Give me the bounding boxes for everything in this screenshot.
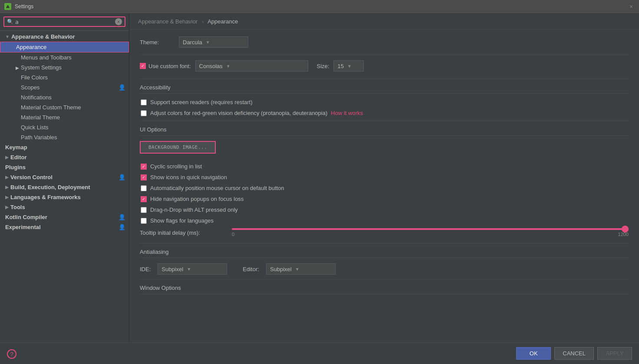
theme-dropdown[interactable]: Darcula ▼ <box>179 36 248 48</box>
content-area: Appearance & Behavior › Appearance Theme… <box>129 13 639 342</box>
sidebar-item-tools[interactable]: ▶ Tools <box>0 202 129 212</box>
background-image-button[interactable]: BACKGROUND IMAGE... <box>140 141 216 154</box>
breadcrumb-parent: Appearance & Behavior <box>138 18 198 25</box>
cancel-button[interactable]: CANCEL <box>554 347 594 360</box>
show-icons-row: ✓ Show icons in quick navigation <box>140 174 629 180</box>
font-row: ✓ Use custom font: Consolas ▼ Size: 15 ▼ <box>140 60 629 72</box>
sidebar-label-build: Build, Execution, Deployment <box>10 184 90 190</box>
tooltip-label: Tooltip initial delay (ms): <box>140 230 227 236</box>
divider-font <box>140 79 629 79</box>
sidebar-item-editor[interactable]: ▶ Editor <box>0 152 129 162</box>
sidebar-group-label: Appearance & Behavior <box>11 33 75 40</box>
sidebar-item-file-colors[interactable]: File Colors <box>0 72 129 82</box>
color-blind-checkbox[interactable] <box>141 110 147 116</box>
slider-min: 0 <box>232 232 234 237</box>
ide-antialias-dropdown[interactable]: Subpixel ▼ <box>158 263 227 275</box>
font-value: Consolas <box>199 63 223 69</box>
close-button[interactable]: × <box>628 3 635 10</box>
ide-label: IDE: <box>140 266 151 272</box>
sidebar-label-version-control: Version Control <box>10 174 53 180</box>
breadcrumb: Appearance & Behavior › Appearance <box>129 13 639 30</box>
theme-dropdown-arrow-icon: ▼ <box>206 40 210 45</box>
drag-drop-checkbox[interactable] <box>141 207 147 213</box>
drag-drop-row: Drag-n-Drop with ALT pressed only <box>140 207 629 213</box>
title-bar: Settings × <box>0 0 639 13</box>
tooltip-row: Tooltip initial delay (ms): 0 1200 <box>140 228 629 237</box>
hide-nav-icon: ✓ <box>141 196 147 202</box>
size-dropdown[interactable]: 15 ▼ <box>333 60 364 72</box>
sidebar-item-kotlin-compiler[interactable]: Kotlin Compiler 👤 <box>0 212 129 222</box>
hide-nav-label: Hide navigation popups on focus loss <box>150 196 244 202</box>
person-icon-kotlin: 👤 <box>119 214 125 220</box>
custom-font-checkbox[interactable]: ✓ <box>140 63 146 69</box>
sidebar-item-appearance-behavior[interactable]: ▼ Appearance & Behavior <box>0 32 129 42</box>
apply-button[interactable]: APPLY <box>597 347 632 360</box>
search-input[interactable] <box>15 19 113 25</box>
editor-antialias-dropdown[interactable]: Subpixel ▼ <box>266 263 336 275</box>
expand-arrow-tools-icon: ▶ <box>5 205 9 210</box>
sidebar-item-material-custom-theme[interactable]: Material Custom Theme <box>0 102 129 112</box>
person-icon-experimental: 👤 <box>119 224 125 230</box>
accessibility-title: Accessibility <box>140 84 629 91</box>
tooltip-slider[interactable] <box>232 228 629 230</box>
mouse-cursor-label: Automatically position mouse cursor on d… <box>150 185 284 191</box>
theme-row: Theme: Darcula ▼ <box>140 36 629 48</box>
color-blind-row: Adjust colors for red-green vision defic… <box>140 110 629 116</box>
screen-readers-checkbox[interactable] <box>141 99 147 105</box>
screen-readers-label: Support screen readers (requires restart… <box>150 99 253 105</box>
show-flags-row: Show flags for languages <box>140 217 629 224</box>
show-flags-checkbox[interactable] <box>141 218 147 224</box>
sidebar-item-quick-lists[interactable]: Quick Lists <box>0 122 129 132</box>
mouse-cursor-row: Automatically position mouse cursor on d… <box>140 185 629 191</box>
sidebar-item-build-execution[interactable]: ▶ Build, Execution, Deployment <box>0 182 129 192</box>
title-bar-left: Settings <box>4 3 33 10</box>
mouse-cursor-checkbox[interactable] <box>141 185 147 191</box>
sidebar-item-menus-toolbars[interactable]: Menus and Toolbars <box>0 52 129 62</box>
nav-tree: ▼ Appearance & Behavior Appearance Menus… <box>0 31 129 233</box>
sidebar-item-version-control[interactable]: ▶ Version Control 👤 <box>0 172 129 182</box>
expand-arrow-editor-icon: ▶ <box>5 155 9 160</box>
divider-ui-options <box>140 121 629 121</box>
sidebar-item-material-theme[interactable]: Material Theme <box>0 112 129 122</box>
expand-arrow-vc-icon: ▶ <box>5 175 9 180</box>
sidebar-label-tools: Tools <box>10 204 25 210</box>
tooltip-slider-wrapper: 0 1200 <box>232 228 629 237</box>
cyclic-scroll-icon: ✓ <box>141 164 147 170</box>
sidebar-item-appearance[interactable]: Appearance <box>0 42 129 52</box>
theme-label: Theme: <box>140 39 175 46</box>
cyclic-scroll-label: Cyclic scrolling in list <box>150 163 202 170</box>
screen-readers-row: Support screen readers (requires restart… <box>140 99 629 105</box>
divider-window-top <box>140 294 629 294</box>
sidebar-item-languages-frameworks[interactable]: ▶ Languages & Frameworks <box>0 192 129 202</box>
how-it-works-link[interactable]: How it works <box>331 110 363 116</box>
sidebar-item-plugins[interactable]: Plugins <box>0 162 129 172</box>
help-button[interactable]: ? <box>7 349 16 359</box>
settings-form: Theme: Darcula ▼ ✓ Use custom font: Cons… <box>129 30 639 306</box>
search-icon: 🔍 <box>7 19 13 25</box>
show-icons-label: Show icons in quick navigation <box>150 174 227 180</box>
sidebar-item-system-settings[interactable]: ▶System Settings <box>0 62 129 72</box>
sidebar-label-kotlin: Kotlin Compiler <box>5 214 47 220</box>
bottom-bar: OK CANCEL APPLY <box>0 342 639 364</box>
window-title: Settings <box>15 3 33 10</box>
sidebar-item-path-variables[interactable]: Path Variables <box>0 132 129 142</box>
main-container: 🔍 × ▼ Appearance & Behavior Appearance M… <box>0 13 639 342</box>
size-dropdown-arrow-icon: ▼ <box>347 64 352 69</box>
color-blind-label: Adjust colors for red-green vision defic… <box>150 110 327 116</box>
sidebar: 🔍 × ▼ Appearance & Behavior Appearance M… <box>0 13 129 342</box>
search-clear-button[interactable]: × <box>115 18 122 25</box>
ui-options-title: UI Options <box>140 126 629 133</box>
sidebar-item-keymap[interactable]: Keymap <box>0 142 129 152</box>
sidebar-label-editor: Editor <box>10 154 27 161</box>
sidebar-label-plugins: Plugins <box>5 164 26 171</box>
sidebar-item-scopes[interactable]: Scopes 👤 <box>0 82 129 92</box>
ok-button[interactable]: OK <box>516 347 551 360</box>
hide-nav-popups-row: ✓ Hide navigation popups on focus loss <box>140 196 629 202</box>
editor-label: Editor: <box>243 266 259 272</box>
person-icon-vc: 👤 <box>119 174 125 180</box>
expand-arrow-icon: ▼ <box>5 34 10 39</box>
sidebar-item-notifications[interactable]: Notifications <box>0 92 129 102</box>
search-bar: 🔍 × <box>0 13 129 31</box>
font-dropdown[interactable]: Consolas ▼ <box>195 60 308 72</box>
sidebar-item-experimental[interactable]: Experimental 👤 <box>0 222 129 232</box>
